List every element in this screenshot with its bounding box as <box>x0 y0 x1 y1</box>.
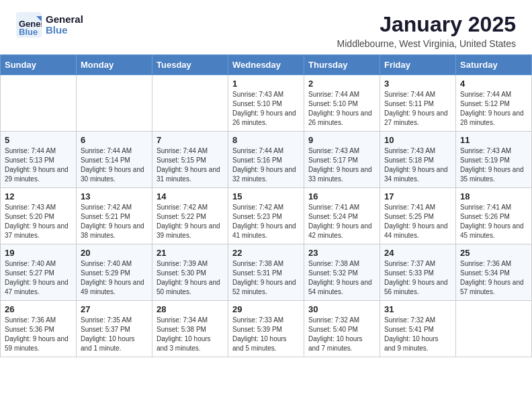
calendar-cell: 30Sunrise: 7:32 AM Sunset: 5:40 PM Dayli… <box>304 301 380 357</box>
calendar-week-row: 5Sunrise: 7:44 AM Sunset: 5:13 PM Daylig… <box>1 132 532 188</box>
calendar-cell: 24Sunrise: 7:37 AM Sunset: 5:33 PM Dayli… <box>380 244 456 301</box>
day-number: 8 <box>232 135 300 145</box>
day-info: Sunrise: 7:43 AM Sunset: 5:17 PM Dayligh… <box>308 146 375 184</box>
logo-blue-text: Blue <box>46 25 83 36</box>
day-number: 11 <box>460 135 527 145</box>
calendar-cell: 8Sunrise: 7:44 AM Sunset: 5:16 PM Daylig… <box>228 132 304 188</box>
weekday-header-friday: Friday <box>380 55 456 75</box>
day-number: 17 <box>384 191 451 201</box>
day-number: 7 <box>157 135 224 145</box>
calendar-cell: 3Sunrise: 7:44 AM Sunset: 5:11 PM Daylig… <box>380 75 456 132</box>
calendar-cell: 15Sunrise: 7:42 AM Sunset: 5:23 PM Dayli… <box>228 188 304 244</box>
calendar-table: SundayMondayTuesdayWednesdayThursdayFrid… <box>0 54 532 357</box>
day-info: Sunrise: 7:44 AM Sunset: 5:12 PM Dayligh… <box>460 90 527 128</box>
day-info: Sunrise: 7:41 AM Sunset: 5:26 PM Dayligh… <box>460 203 527 240</box>
calendar-cell: 14Sunrise: 7:42 AM Sunset: 5:22 PM Dayli… <box>152 188 228 244</box>
day-info: Sunrise: 7:42 AM Sunset: 5:23 PM Dayligh… <box>232 203 300 240</box>
day-info: Sunrise: 7:36 AM Sunset: 5:34 PM Dayligh… <box>460 259 527 297</box>
day-number: 12 <box>5 191 72 201</box>
calendar-cell: 29Sunrise: 7:33 AM Sunset: 5:39 PM Dayli… <box>228 301 304 357</box>
day-number: 9 <box>308 135 375 145</box>
weekday-header-row: SundayMondayTuesdayWednesdayThursdayFrid… <box>1 55 532 75</box>
day-number: 1 <box>232 79 300 89</box>
calendar-cell: 21Sunrise: 7:39 AM Sunset: 5:30 PM Dayli… <box>152 244 228 301</box>
day-info: Sunrise: 7:40 AM Sunset: 5:27 PM Dayligh… <box>5 259 72 297</box>
day-number: 10 <box>384 135 451 145</box>
day-number: 29 <box>232 304 300 314</box>
day-info: Sunrise: 7:44 AM Sunset: 5:10 PM Dayligh… <box>308 90 375 128</box>
calendar-cell: 11Sunrise: 7:43 AM Sunset: 5:19 PM Dayli… <box>456 132 532 188</box>
day-number: 27 <box>81 304 148 314</box>
location-subtitle: Middlebourne, West Virginia, United Stat… <box>337 38 516 49</box>
day-info: Sunrise: 7:35 AM Sunset: 5:37 PM Dayligh… <box>81 316 148 353</box>
calendar-cell: 27Sunrise: 7:35 AM Sunset: 5:37 PM Dayli… <box>77 301 152 357</box>
day-info: Sunrise: 7:38 AM Sunset: 5:32 PM Dayligh… <box>308 259 375 297</box>
day-info: Sunrise: 7:40 AM Sunset: 5:29 PM Dayligh… <box>81 259 148 297</box>
weekday-header-tuesday: Tuesday <box>152 55 228 75</box>
calendar-cell: 10Sunrise: 7:43 AM Sunset: 5:18 PM Dayli… <box>380 132 456 188</box>
page-header: General Blue General Blue January 2025 M… <box>0 0 532 54</box>
month-year-title: January 2025 <box>337 12 516 37</box>
day-number: 3 <box>384 79 451 89</box>
calendar-cell: 17Sunrise: 7:41 AM Sunset: 5:25 PM Dayli… <box>380 188 456 244</box>
day-number: 30 <box>308 304 375 314</box>
calendar-week-row: 12Sunrise: 7:43 AM Sunset: 5:20 PM Dayli… <box>1 188 532 244</box>
day-number: 16 <box>308 191 375 201</box>
calendar-cell: 7Sunrise: 7:44 AM Sunset: 5:15 PM Daylig… <box>152 132 228 188</box>
weekday-header-thursday: Thursday <box>304 55 380 75</box>
weekday-header-monday: Monday <box>77 55 152 75</box>
day-info: Sunrise: 7:42 AM Sunset: 5:22 PM Dayligh… <box>157 203 224 240</box>
calendar-cell: 26Sunrise: 7:36 AM Sunset: 5:36 PM Dayli… <box>1 301 77 357</box>
day-number: 24 <box>384 248 451 258</box>
calendar-cell: 13Sunrise: 7:42 AM Sunset: 5:21 PM Dayli… <box>77 188 152 244</box>
day-number: 2 <box>308 79 375 89</box>
day-info: Sunrise: 7:33 AM Sunset: 5:39 PM Dayligh… <box>232 316 300 353</box>
day-info: Sunrise: 7:43 AM Sunset: 5:20 PM Dayligh… <box>5 203 72 240</box>
day-number: 31 <box>384 304 451 314</box>
day-info: Sunrise: 7:32 AM Sunset: 5:41 PM Dayligh… <box>384 316 451 353</box>
calendar-cell: 6Sunrise: 7:44 AM Sunset: 5:14 PM Daylig… <box>77 132 152 188</box>
calendar-cell: 2Sunrise: 7:44 AM Sunset: 5:10 PM Daylig… <box>304 75 380 132</box>
day-number: 14 <box>157 191 224 201</box>
calendar-cell <box>152 75 228 132</box>
day-number: 26 <box>5 304 72 314</box>
day-number: 21 <box>157 248 224 258</box>
calendar-cell: 5Sunrise: 7:44 AM Sunset: 5:13 PM Daylig… <box>1 132 77 188</box>
day-info: Sunrise: 7:44 AM Sunset: 5:14 PM Dayligh… <box>81 146 148 184</box>
day-info: Sunrise: 7:43 AM Sunset: 5:19 PM Dayligh… <box>460 146 527 184</box>
calendar-week-row: 26Sunrise: 7:36 AM Sunset: 5:36 PM Dayli… <box>1 301 532 357</box>
weekday-header-saturday: Saturday <box>456 55 532 75</box>
day-info: Sunrise: 7:44 AM Sunset: 5:11 PM Dayligh… <box>384 90 451 128</box>
logo-icon: General Blue <box>16 12 42 38</box>
day-info: Sunrise: 7:41 AM Sunset: 5:24 PM Dayligh… <box>308 203 375 240</box>
day-number: 13 <box>81 191 148 201</box>
day-number: 4 <box>460 79 527 89</box>
calendar-cell: 22Sunrise: 7:38 AM Sunset: 5:31 PM Dayli… <box>228 244 304 301</box>
day-info: Sunrise: 7:37 AM Sunset: 5:33 PM Dayligh… <box>384 259 451 297</box>
calendar-cell: 12Sunrise: 7:43 AM Sunset: 5:20 PM Dayli… <box>1 188 77 244</box>
day-number: 23 <box>308 248 375 258</box>
day-number: 19 <box>5 248 72 258</box>
calendar-cell: 23Sunrise: 7:38 AM Sunset: 5:32 PM Dayli… <box>304 244 380 301</box>
day-number: 28 <box>157 304 224 314</box>
day-info: Sunrise: 7:38 AM Sunset: 5:31 PM Dayligh… <box>232 259 300 297</box>
day-number: 20 <box>81 248 148 258</box>
day-number: 25 <box>460 248 527 258</box>
calendar-cell <box>77 75 152 132</box>
day-info: Sunrise: 7:44 AM Sunset: 5:16 PM Dayligh… <box>232 146 300 184</box>
day-number: 5 <box>5 135 72 145</box>
day-info: Sunrise: 7:44 AM Sunset: 5:15 PM Dayligh… <box>157 146 224 184</box>
day-number: 18 <box>460 191 527 201</box>
logo-general-text: General <box>46 14 83 26</box>
day-number: 22 <box>232 248 300 258</box>
calendar-cell: 28Sunrise: 7:34 AM Sunset: 5:38 PM Dayli… <box>152 301 228 357</box>
day-number: 15 <box>232 191 300 201</box>
day-info: Sunrise: 7:36 AM Sunset: 5:36 PM Dayligh… <box>5 316 72 353</box>
logo: General Blue General Blue <box>16 12 83 38</box>
day-number: 6 <box>81 135 148 145</box>
day-info: Sunrise: 7:32 AM Sunset: 5:40 PM Dayligh… <box>308 316 375 353</box>
svg-text:Blue: Blue <box>19 27 38 37</box>
day-info: Sunrise: 7:43 AM Sunset: 5:18 PM Dayligh… <box>384 146 451 184</box>
calendar-cell: 19Sunrise: 7:40 AM Sunset: 5:27 PM Dayli… <box>1 244 77 301</box>
calendar-cell: 20Sunrise: 7:40 AM Sunset: 5:29 PM Dayli… <box>77 244 152 301</box>
